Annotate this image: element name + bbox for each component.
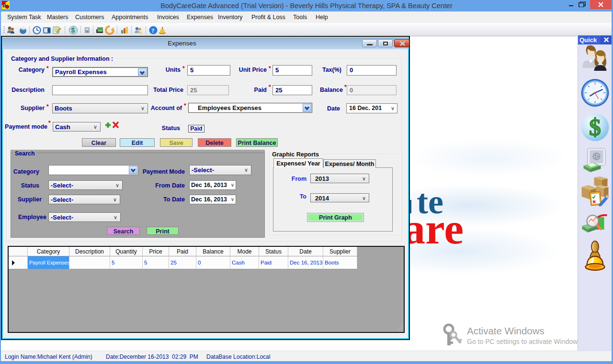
svg-text:$: $ [71,26,75,34]
svg-text:?: ? [151,27,155,34]
svg-text:$: $ [589,114,601,141]
